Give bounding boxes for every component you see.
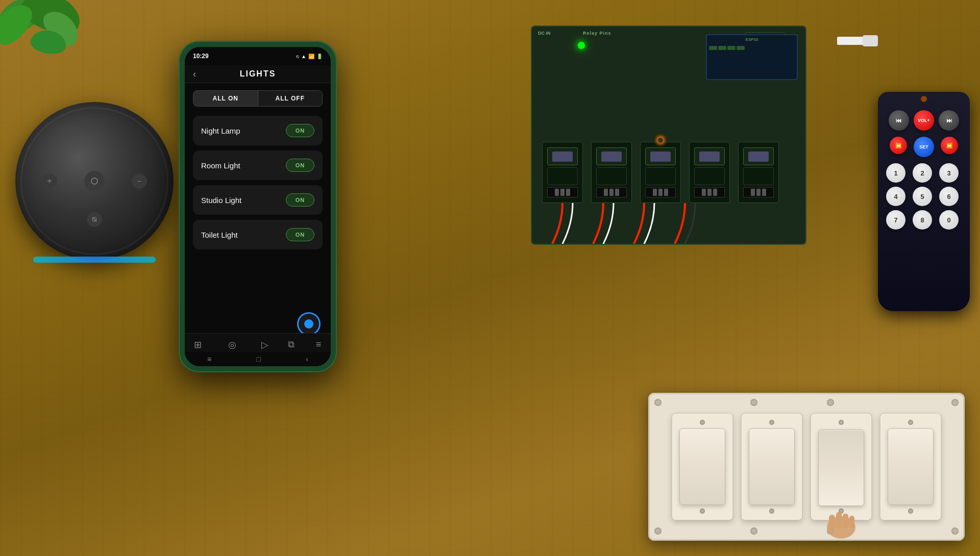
remote-btn-4[interactable]: 4 [886,187,905,206]
voice-btn-dot [304,319,313,328]
room-light-state: ON [296,162,305,168]
switch-2-screw-top [769,420,774,425]
esp32-chip: ESP32 [706,34,798,80]
remote-prev-button[interactable]: ⏮ [889,110,909,131]
room-light-item: Room Light ON [193,150,323,180]
all-controls: ALL ON ALL OFF [193,90,323,107]
remote-btn-6[interactable]: 6 [939,187,959,206]
svg-rect-7 [849,516,854,528]
relay-3-coil [650,151,671,162]
remote-btn-7[interactable]: 7 [886,210,905,230]
wall-switch-1[interactable] [672,413,733,520]
studio-light-state: ON [296,197,305,203]
remote-ff-button[interactable]: ⏩ [941,137,958,154]
remote-ir-led [921,96,927,102]
switch-4-screw-top [908,420,913,425]
hand-on-switch [821,504,862,540]
wall-switch-4[interactable] [880,413,941,520]
status-bar: 10:29 ⎋ ▲ 📶 🔋 [185,47,331,65]
relay-1 [542,142,583,203]
relay-3 [640,142,681,203]
panel-screw-b1 [750,527,757,535]
remote-fwd-button[interactable]: ⏭ [939,110,959,131]
wall-switch-3[interactable] [811,413,872,520]
back-nav-button[interactable]: ‹ [306,355,308,363]
switch-2-rocker[interactable] [749,428,795,505]
remote-top-row: ⏮ VOL+ ⏭ [886,110,962,131]
power-led [578,42,585,49]
night-lamp-toggle[interactable]: ON [286,124,314,137]
remote-btn-8[interactable]: 8 [913,210,932,230]
remote-btn-1[interactable]: 1 [886,163,905,183]
toilet-light-label: Toilet Light [201,231,238,239]
toilet-light-state: ON [296,232,305,238]
panel-screw-br [951,527,959,535]
switch-4-rocker[interactable] [888,428,934,505]
relays-row [542,142,779,203]
relay-5-bottom [743,167,774,185]
phone: 10:29 ⎋ ▲ 📶 🔋 ‹ LIGHTS ALL ON ALL OFF [179,41,337,372]
relay-5-top [743,147,774,165]
panel-screw-bl [654,527,662,535]
wall-switch-2[interactable] [741,413,802,520]
relay-5-led [658,138,663,143]
echo-plus-button[interactable]: + [42,173,57,189]
panel-screw-tl [654,399,662,406]
room-light-toggle[interactable]: ON [286,159,314,172]
voice-assistant-button[interactable] [297,312,321,336]
remote-btn-3[interactable]: 3 [939,163,959,183]
relay-2-top [596,147,627,165]
all-on-button[interactable]: ALL ON [193,91,258,106]
relay-5 [738,142,779,203]
status-time: 10:29 [193,53,209,60]
plant-decoration [0,0,112,92]
usb-cable [837,33,878,48]
echo-led-ring [33,257,156,263]
remote-btn-0[interactable]: 0 [939,210,959,230]
menu-nav-button[interactable]: ≡ [207,355,211,363]
relay-3-bottom [645,167,676,185]
relay-4 [689,142,730,203]
remote-btn-5[interactable]: 5 [913,187,932,206]
switch-2-screw-bottom [769,509,774,514]
echo-body: + − [15,102,174,260]
wifi-icon: ▲ [301,54,306,59]
switch-3-screw-top [839,420,844,425]
switch-1-screw-bottom [700,509,705,514]
remote-control: ⏮ VOL+ ⏭ ⏪ SET ⏩ 1 2 3 4 5 6 7 8 0 [878,92,980,321]
remote-set-button[interactable]: SET [914,137,934,157]
relay-1-bottom [547,167,578,185]
lights-list: Night Lamp ON Room Light ON Studio Light… [185,114,331,251]
bluetooth-icon: ⎋ [296,54,299,59]
night-lamp-label: Night Lamp [201,127,240,135]
remote-numpad: 1 2 3 4 5 6 7 8 0 [886,163,962,230]
remote-vol-up-button[interactable]: VOL+ [914,110,934,131]
home-nav-button[interactable]: □ [257,355,261,363]
panel-screw-t2 [827,399,834,406]
switch-1-rocker[interactable] [679,428,725,505]
remote-rew-button[interactable]: ⏪ [890,137,907,154]
echo-mute-button[interactable] [87,212,102,227]
relay-4-bottom [694,167,725,185]
relay-2 [591,142,632,203]
switch-3-rocker[interactable] [818,429,864,506]
wires-area [532,203,805,244]
remote-btn-2[interactable]: 2 [913,163,932,183]
toilet-light-toggle[interactable]: ON [286,228,314,241]
echo-dot: + − [15,102,174,260]
svg-rect-4 [829,515,835,530]
echo-minus-button[interactable]: − [132,173,147,189]
back-button[interactable]: ‹ [193,69,196,80]
panel-screw-tr [951,399,959,406]
battery-icon: 🔋 [316,54,323,59]
toilet-light-item: Toilet Light ON [193,220,323,249]
phone-outer-case: 10:29 ⎋ ▲ 📶 🔋 ‹ LIGHTS ALL ON ALL OFF [179,41,337,372]
board-body: TechStudyCell BNS4 ESP32 [531,26,806,245]
app-header: ‹ LIGHTS [185,65,331,83]
dc-in-label: DC IN [538,31,551,36]
studio-light-toggle[interactable]: ON [286,193,314,207]
play-icon: ▷ [261,339,268,350]
night-lamp-item: Night Lamp ON [193,116,323,145]
phone-screen: 10:29 ⎋ ▲ 📶 🔋 ‹ LIGHTS ALL ON ALL OFF [185,47,331,366]
all-off-button[interactable]: ALL OFF [258,91,323,106]
